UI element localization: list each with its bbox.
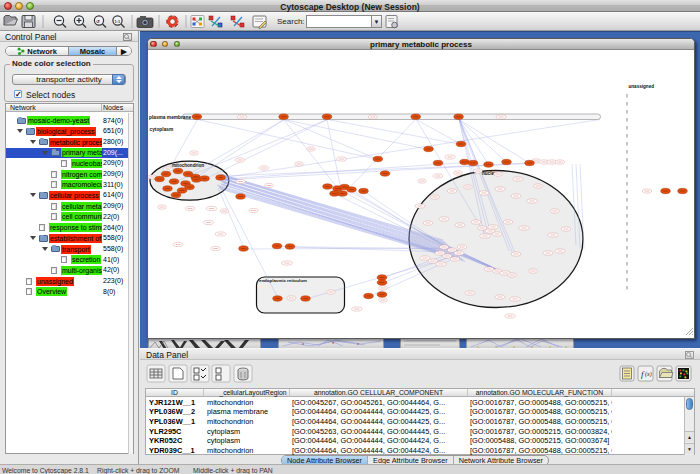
svg-text:mitochondrion: mitochondrion bbox=[172, 163, 204, 168]
svg-text:↺: ↺ bbox=[96, 19, 100, 24]
svg-text:unassigned: unassigned bbox=[629, 84, 655, 89]
svg-text:plasma membrane: plasma membrane bbox=[149, 115, 191, 120]
svg-text:cytoplasm: cytoplasm bbox=[150, 127, 174, 132]
svg-text:(x): (x) bbox=[645, 371, 652, 378]
svg-text:1:1: 1:1 bbox=[115, 19, 122, 24]
svg-text:endoplasmic reticulum: endoplasmic reticulum bbox=[259, 278, 307, 283]
